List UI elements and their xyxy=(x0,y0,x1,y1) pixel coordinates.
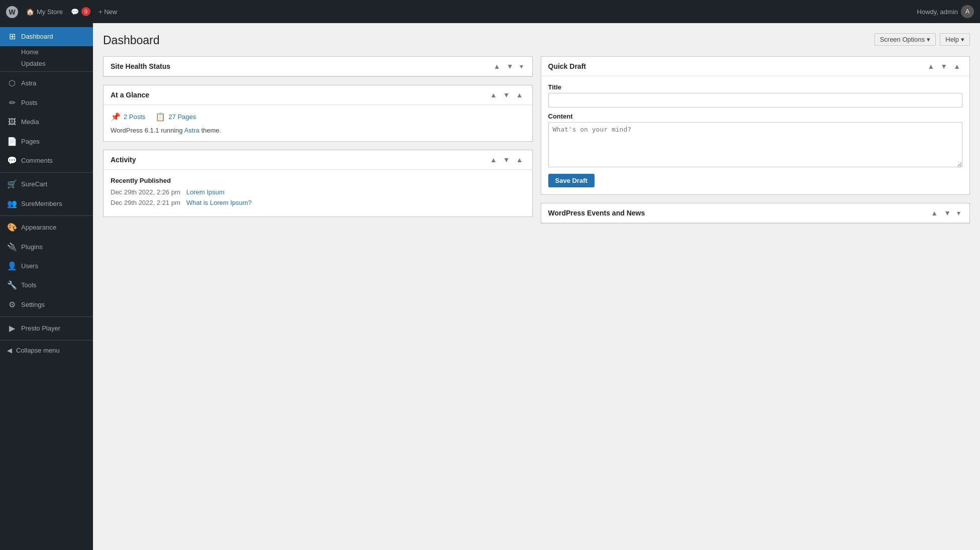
admin-bar: W 🏠 My Store 💬 0 + New Howdy, admin A xyxy=(0,0,980,23)
left-column: Site Health Status ▲ ▼ ▾ At a Glance ▲ xyxy=(103,56,533,217)
sidebar-item-dashboard[interactable]: ⊞ Dashboard xyxy=(0,27,93,46)
sidebar-item-presto-player[interactable]: ▶ Presto Player xyxy=(0,319,93,338)
quick-draft-controls: ▲ ▼ ▲ xyxy=(925,62,962,71)
content-textarea[interactable] xyxy=(548,122,963,167)
chevron-down-icon-help: ▾ xyxy=(961,36,964,43)
top-buttons: Screen Options ▾ Help ▾ xyxy=(874,33,970,46)
wp-events-collapse-up[interactable]: ▲ xyxy=(929,208,940,217)
plugins-icon: 🔌 xyxy=(7,242,17,253)
adminbar-comments[interactable]: 💬 0 xyxy=(71,7,90,16)
content-group: Content xyxy=(548,113,963,169)
sidebar-divider-5 xyxy=(0,340,93,341)
at-a-glance-body: 📌 2 Posts 📋 27 Pages WordPress 6.1.1 run… xyxy=(104,105,532,141)
wp-events-widget: WordPress Events and News ▲ ▼ ▾ xyxy=(541,203,970,224)
at-a-glance-collapse-down[interactable]: ▼ xyxy=(501,90,512,99)
wp-events-collapse-down[interactable]: ▼ xyxy=(942,208,953,217)
sidebar-item-home[interactable]: Home xyxy=(0,46,93,58)
users-icon: 👤 xyxy=(7,261,17,272)
sidebar-item-surecart[interactable]: 🛒 SureCart xyxy=(0,175,93,194)
activity-item-1: Dec 29th 2022, 2:26 pm Lorem Ipsum xyxy=(111,188,525,196)
sidebar-item-suremembers[interactable]: 👥 SureMembers xyxy=(0,194,93,213)
activity-collapse-down[interactable]: ▼ xyxy=(501,155,512,164)
at-a-glance-toggle[interactable]: ▲ xyxy=(514,90,525,99)
activity-link-1[interactable]: Lorem Ipsum xyxy=(186,188,225,196)
title-label: Title xyxy=(548,83,963,91)
dashboard-grid: Site Health Status ▲ ▼ ▾ At a Glance ▲ xyxy=(103,56,970,224)
sidebar-item-pages[interactable]: 📄 Pages xyxy=(0,132,93,151)
collapse-menu-button[interactable]: ◀ Collapse menu xyxy=(0,343,93,358)
avatar: A xyxy=(961,5,974,18)
at-a-glance-title: At a Glance xyxy=(111,91,149,99)
site-health-controls: ▲ ▼ ▾ xyxy=(492,62,525,71)
adminbar-new[interactable]: + New xyxy=(99,8,117,16)
at-a-glance-widget: At a Glance ▲ ▼ ▲ 📌 2 Posts xyxy=(103,85,533,142)
title-group: Title xyxy=(548,83,963,107)
theme-link[interactable]: Astra xyxy=(184,127,199,134)
sidebar-divider-4 xyxy=(0,316,93,317)
quick-draft-toggle[interactable]: ▲ xyxy=(951,62,962,71)
posts-count-link[interactable]: 2 Posts xyxy=(124,113,145,121)
glance-pages-stat: 📋 27 Pages xyxy=(155,112,196,122)
presto-player-icon: ▶ xyxy=(7,323,17,334)
wp-events-toggle[interactable]: ▾ xyxy=(955,208,962,217)
sidebar-item-settings[interactable]: ⚙ Settings xyxy=(0,295,93,314)
adminbar-site-name[interactable]: 🏠 My Store xyxy=(26,8,63,16)
adminbar-right: Howdy, admin A xyxy=(917,5,974,18)
sidebar-item-posts[interactable]: ✏ Posts xyxy=(0,93,93,113)
sidebar-item-tools[interactable]: 🔧 Tools xyxy=(0,276,93,295)
glance-posts-stat: 📌 2 Posts xyxy=(111,112,145,122)
activity-header: Activity ▲ ▼ ▲ xyxy=(104,150,532,170)
quick-draft-header: Quick Draft ▲ ▼ ▲ xyxy=(541,57,970,76)
page-title: Dashboard xyxy=(103,33,160,48)
main-content: Dashboard Screen Options ▾ Help ▾ Sit xyxy=(93,23,980,550)
activity-date-2: Dec 29th 2022, 2:21 pm xyxy=(111,199,180,206)
suremembers-icon: 👥 xyxy=(7,198,17,209)
sidebar-item-plugins[interactable]: 🔌 Plugins xyxy=(0,238,93,257)
activity-item-2: Dec 29th 2022, 2:21 pm What is Lorem Ips… xyxy=(111,199,525,206)
at-a-glance-collapse-up[interactable]: ▲ xyxy=(488,90,499,99)
save-draft-button[interactable]: Save Draft xyxy=(548,174,595,187)
activity-widget: Activity ▲ ▼ ▲ Recently Published Dec 29… xyxy=(103,150,533,217)
activity-collapse-up[interactable]: ▲ xyxy=(488,155,499,164)
help-button[interactable]: Help ▾ xyxy=(940,33,970,46)
comments-icon: 💬 xyxy=(71,8,79,16)
appearance-icon: 🎨 xyxy=(7,222,17,233)
quick-draft-collapse-down[interactable]: ▼ xyxy=(938,62,949,71)
site-health-header: Site Health Status ▲ ▼ ▾ xyxy=(104,57,532,76)
sidebar-item-astra[interactable]: ⬡ Astra xyxy=(0,74,93,93)
at-a-glance-header: At a Glance ▲ ▼ ▲ xyxy=(104,85,532,105)
recently-published-label: Recently Published xyxy=(111,177,525,184)
activity-controls: ▲ ▼ ▲ xyxy=(488,155,525,164)
screen-options-button[interactable]: Screen Options ▾ xyxy=(874,33,936,46)
surecart-icon: 🛒 xyxy=(7,179,17,190)
sidebar-item-appearance[interactable]: 🎨 Appearance xyxy=(0,218,93,237)
glance-stats: 📌 2 Posts 📋 27 Pages xyxy=(111,112,525,122)
chevron-down-icon: ▾ xyxy=(927,36,930,43)
title-input[interactable] xyxy=(548,93,963,107)
sidebar: ⊞ Dashboard Home Updates ⬡ Astra ✏ Posts… xyxy=(0,23,93,550)
home-icon: 🏠 xyxy=(26,8,34,16)
quick-draft-title: Quick Draft xyxy=(548,62,586,70)
tools-icon: 🔧 xyxy=(7,280,17,291)
quick-draft-collapse-up[interactable]: ▲ xyxy=(925,62,936,71)
sidebar-item-updates[interactable]: Updates xyxy=(0,58,93,69)
site-health-collapse-up[interactable]: ▲ xyxy=(492,62,503,71)
site-health-collapse-down[interactable]: ▼ xyxy=(505,62,516,71)
site-health-title: Site Health Status xyxy=(111,62,170,70)
sidebar-item-media[interactable]: 🖼 Media xyxy=(0,113,93,132)
sidebar-item-comments[interactable]: 💬 Comments xyxy=(0,151,93,170)
collapse-icon: ◀ xyxy=(7,347,12,354)
activity-link-2[interactable]: What is Lorem Ipsum? xyxy=(186,199,252,206)
settings-icon: ⚙ xyxy=(7,299,17,310)
sidebar-item-users[interactable]: 👤 Users xyxy=(0,257,93,276)
wp-logo-icon[interactable]: W xyxy=(6,6,18,18)
pages-count-link[interactable]: 27 Pages xyxy=(168,113,196,121)
activity-toggle[interactable]: ▲ xyxy=(514,155,525,164)
pages-count-icon: 📋 xyxy=(155,112,165,122)
posts-count-icon: 📌 xyxy=(111,112,121,122)
wp-events-title: WordPress Events and News xyxy=(548,209,645,217)
site-health-toggle[interactable]: ▾ xyxy=(518,62,525,71)
activity-title: Activity xyxy=(111,156,136,164)
glance-wp-info: WordPress 6.1.1 running Astra theme. xyxy=(111,127,525,134)
sidebar-divider-2 xyxy=(0,172,93,173)
